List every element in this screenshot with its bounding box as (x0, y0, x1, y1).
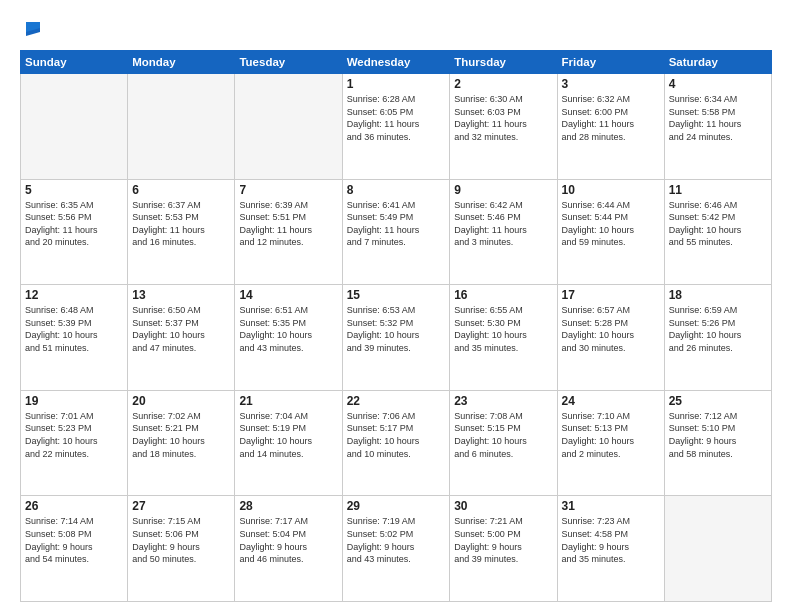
day-cell (21, 74, 128, 180)
day-number: 16 (454, 288, 552, 302)
day-info: Sunrise: 7:02 AM Sunset: 5:21 PM Dayligh… (132, 410, 230, 460)
day-cell: 2Sunrise: 6:30 AM Sunset: 6:03 PM Daylig… (450, 74, 557, 180)
day-cell: 9Sunrise: 6:42 AM Sunset: 5:46 PM Daylig… (450, 179, 557, 285)
weekday-header-saturday: Saturday (664, 51, 771, 74)
day-number: 4 (669, 77, 767, 91)
day-cell (235, 74, 342, 180)
day-number: 22 (347, 394, 446, 408)
day-cell: 23Sunrise: 7:08 AM Sunset: 5:15 PM Dayli… (450, 390, 557, 496)
day-number: 14 (239, 288, 337, 302)
day-number: 3 (562, 77, 660, 91)
day-cell: 15Sunrise: 6:53 AM Sunset: 5:32 PM Dayli… (342, 285, 450, 391)
day-info: Sunrise: 7:17 AM Sunset: 5:04 PM Dayligh… (239, 515, 337, 565)
day-info: Sunrise: 6:46 AM Sunset: 5:42 PM Dayligh… (669, 199, 767, 249)
weekday-header-monday: Monday (128, 51, 235, 74)
day-number: 9 (454, 183, 552, 197)
day-info: Sunrise: 6:53 AM Sunset: 5:32 PM Dayligh… (347, 304, 446, 354)
day-cell: 8Sunrise: 6:41 AM Sunset: 5:49 PM Daylig… (342, 179, 450, 285)
header (20, 18, 772, 40)
day-info: Sunrise: 6:44 AM Sunset: 5:44 PM Dayligh… (562, 199, 660, 249)
day-number: 20 (132, 394, 230, 408)
day-info: Sunrise: 7:21 AM Sunset: 5:00 PM Dayligh… (454, 515, 552, 565)
weekday-header-row: SundayMondayTuesdayWednesdayThursdayFrid… (21, 51, 772, 74)
day-info: Sunrise: 7:01 AM Sunset: 5:23 PM Dayligh… (25, 410, 123, 460)
day-cell: 28Sunrise: 7:17 AM Sunset: 5:04 PM Dayli… (235, 496, 342, 602)
day-number: 18 (669, 288, 767, 302)
day-number: 25 (669, 394, 767, 408)
weekday-header-thursday: Thursday (450, 51, 557, 74)
day-info: Sunrise: 7:08 AM Sunset: 5:15 PM Dayligh… (454, 410, 552, 460)
day-cell: 17Sunrise: 6:57 AM Sunset: 5:28 PM Dayli… (557, 285, 664, 391)
day-number: 27 (132, 499, 230, 513)
day-info: Sunrise: 6:37 AM Sunset: 5:53 PM Dayligh… (132, 199, 230, 249)
logo (20, 18, 44, 40)
day-cell: 21Sunrise: 7:04 AM Sunset: 5:19 PM Dayli… (235, 390, 342, 496)
day-cell: 12Sunrise: 6:48 AM Sunset: 5:39 PM Dayli… (21, 285, 128, 391)
day-cell: 5Sunrise: 6:35 AM Sunset: 5:56 PM Daylig… (21, 179, 128, 285)
day-cell: 3Sunrise: 6:32 AM Sunset: 6:00 PM Daylig… (557, 74, 664, 180)
day-info: Sunrise: 6:41 AM Sunset: 5:49 PM Dayligh… (347, 199, 446, 249)
week-row-2: 5Sunrise: 6:35 AM Sunset: 5:56 PM Daylig… (21, 179, 772, 285)
day-cell: 22Sunrise: 7:06 AM Sunset: 5:17 PM Dayli… (342, 390, 450, 496)
day-cell: 6Sunrise: 6:37 AM Sunset: 5:53 PM Daylig… (128, 179, 235, 285)
day-info: Sunrise: 7:12 AM Sunset: 5:10 PM Dayligh… (669, 410, 767, 460)
day-cell: 1Sunrise: 6:28 AM Sunset: 6:05 PM Daylig… (342, 74, 450, 180)
day-info: Sunrise: 7:23 AM Sunset: 4:58 PM Dayligh… (562, 515, 660, 565)
logo-icon (22, 18, 44, 40)
day-info: Sunrise: 6:32 AM Sunset: 6:00 PM Dayligh… (562, 93, 660, 143)
week-row-4: 19Sunrise: 7:01 AM Sunset: 5:23 PM Dayli… (21, 390, 772, 496)
day-number: 2 (454, 77, 552, 91)
day-cell: 30Sunrise: 7:21 AM Sunset: 5:00 PM Dayli… (450, 496, 557, 602)
weekday-header-tuesday: Tuesday (235, 51, 342, 74)
day-cell (128, 74, 235, 180)
day-info: Sunrise: 7:14 AM Sunset: 5:08 PM Dayligh… (25, 515, 123, 565)
day-number: 7 (239, 183, 337, 197)
day-number: 10 (562, 183, 660, 197)
day-number: 12 (25, 288, 123, 302)
day-number: 1 (347, 77, 446, 91)
day-info: Sunrise: 6:51 AM Sunset: 5:35 PM Dayligh… (239, 304, 337, 354)
page: SundayMondayTuesdayWednesdayThursdayFrid… (0, 0, 792, 612)
day-info: Sunrise: 6:50 AM Sunset: 5:37 PM Dayligh… (132, 304, 230, 354)
day-cell: 13Sunrise: 6:50 AM Sunset: 5:37 PM Dayli… (128, 285, 235, 391)
day-number: 19 (25, 394, 123, 408)
day-cell: 20Sunrise: 7:02 AM Sunset: 5:21 PM Dayli… (128, 390, 235, 496)
calendar-table: SundayMondayTuesdayWednesdayThursdayFrid… (20, 50, 772, 602)
day-info: Sunrise: 7:10 AM Sunset: 5:13 PM Dayligh… (562, 410, 660, 460)
day-number: 24 (562, 394, 660, 408)
day-info: Sunrise: 7:19 AM Sunset: 5:02 PM Dayligh… (347, 515, 446, 565)
day-info: Sunrise: 6:30 AM Sunset: 6:03 PM Dayligh… (454, 93, 552, 143)
day-info: Sunrise: 6:28 AM Sunset: 6:05 PM Dayligh… (347, 93, 446, 143)
day-info: Sunrise: 6:35 AM Sunset: 5:56 PM Dayligh… (25, 199, 123, 249)
day-cell: 18Sunrise: 6:59 AM Sunset: 5:26 PM Dayli… (664, 285, 771, 391)
day-cell: 19Sunrise: 7:01 AM Sunset: 5:23 PM Dayli… (21, 390, 128, 496)
day-number: 28 (239, 499, 337, 513)
day-number: 17 (562, 288, 660, 302)
day-info: Sunrise: 6:57 AM Sunset: 5:28 PM Dayligh… (562, 304, 660, 354)
day-number: 29 (347, 499, 446, 513)
day-cell: 10Sunrise: 6:44 AM Sunset: 5:44 PM Dayli… (557, 179, 664, 285)
day-cell: 14Sunrise: 6:51 AM Sunset: 5:35 PM Dayli… (235, 285, 342, 391)
day-cell: 11Sunrise: 6:46 AM Sunset: 5:42 PM Dayli… (664, 179, 771, 285)
week-row-1: 1Sunrise: 6:28 AM Sunset: 6:05 PM Daylig… (21, 74, 772, 180)
day-info: Sunrise: 7:04 AM Sunset: 5:19 PM Dayligh… (239, 410, 337, 460)
day-cell: 24Sunrise: 7:10 AM Sunset: 5:13 PM Dayli… (557, 390, 664, 496)
week-row-5: 26Sunrise: 7:14 AM Sunset: 5:08 PM Dayli… (21, 496, 772, 602)
day-number: 13 (132, 288, 230, 302)
day-cell: 29Sunrise: 7:19 AM Sunset: 5:02 PM Dayli… (342, 496, 450, 602)
day-info: Sunrise: 6:34 AM Sunset: 5:58 PM Dayligh… (669, 93, 767, 143)
day-cell: 7Sunrise: 6:39 AM Sunset: 5:51 PM Daylig… (235, 179, 342, 285)
day-number: 31 (562, 499, 660, 513)
day-info: Sunrise: 7:06 AM Sunset: 5:17 PM Dayligh… (347, 410, 446, 460)
day-number: 26 (25, 499, 123, 513)
weekday-header-sunday: Sunday (21, 51, 128, 74)
day-number: 23 (454, 394, 552, 408)
day-cell: 16Sunrise: 6:55 AM Sunset: 5:30 PM Dayli… (450, 285, 557, 391)
weekday-header-wednesday: Wednesday (342, 51, 450, 74)
day-cell: 31Sunrise: 7:23 AM Sunset: 4:58 PM Dayli… (557, 496, 664, 602)
day-number: 11 (669, 183, 767, 197)
day-info: Sunrise: 6:55 AM Sunset: 5:30 PM Dayligh… (454, 304, 552, 354)
day-number: 6 (132, 183, 230, 197)
day-cell: 4Sunrise: 6:34 AM Sunset: 5:58 PM Daylig… (664, 74, 771, 180)
day-cell: 27Sunrise: 7:15 AM Sunset: 5:06 PM Dayli… (128, 496, 235, 602)
